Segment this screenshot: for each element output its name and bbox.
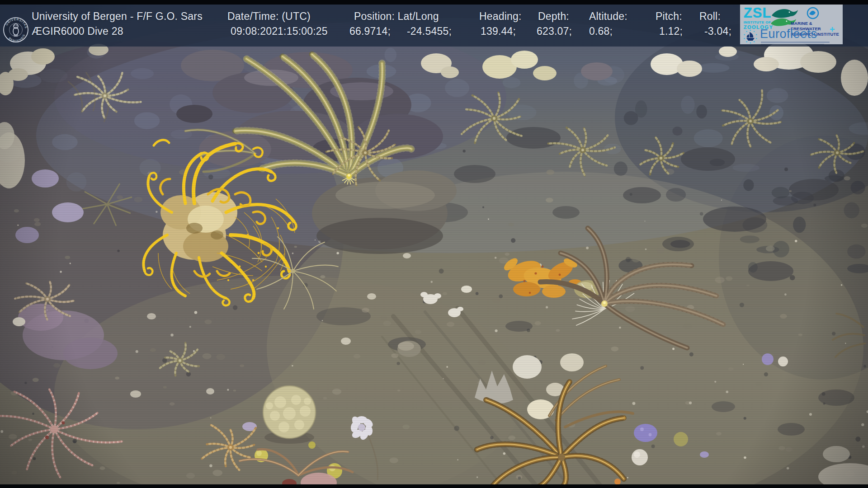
pitch-label: Pitch: [656,10,682,23]
telemetry-bar: UNIVERSITAS BERGENSIS University of Berg… [0,5,868,47]
depth-value: 623.07; [537,25,572,38]
eurofleets-tagline-line1 [761,42,830,43]
rov-video-frame: UNIVERSITAS BERGENSIS University of Berg… [0,0,868,488]
heading-label: Heading: [479,10,522,23]
mfri-wave-icon [805,5,821,21]
roll-value: -3.04; [704,25,731,38]
eurofleets-plus: + [830,24,835,35]
position-label: Position: Lat/Long [354,10,439,23]
zsl-institute-of: INSTITUTE OF [744,21,774,24]
longitude-value: -24.5455; [407,25,452,38]
dive-title: ÆGIR6000 Dive 28 [32,25,123,38]
eurofleets-tagline-line2 [761,44,824,44]
altitude-value: 0.68; [589,25,613,38]
vessel-title: University of Bergen - F/F G.O. Sars [32,10,203,23]
letterbox-bottom [0,484,868,488]
eurofleets-ship-icon [743,29,758,44]
pitch-value: 1.12; [659,25,683,38]
datetime-value: 09:08:2021:15:00:25 [231,25,328,38]
eurofleets-wordmark: Eurofleets [760,27,817,41]
altitude-label: Altitude: [589,10,627,23]
vignette [0,5,868,484]
letterbox-top [0,0,868,5]
seafloor-photo [0,5,868,484]
depth-label: Depth: [538,10,569,23]
zsl-acronym: ZSL [744,6,774,20]
zsl-logo: ZSL INSTITUTE OF ZOOLOGY [744,6,774,30]
heading-value: 139.44; [481,25,516,38]
latitude-value: 66.9714; [349,25,391,38]
roll-label: Roll: [699,10,721,23]
logo-panel: ZSL INSTITUTE OF ZOOLOGY MARINE & FRESHW… [740,5,843,44]
datetime-label: Date/Time: (UTC) [227,10,311,23]
